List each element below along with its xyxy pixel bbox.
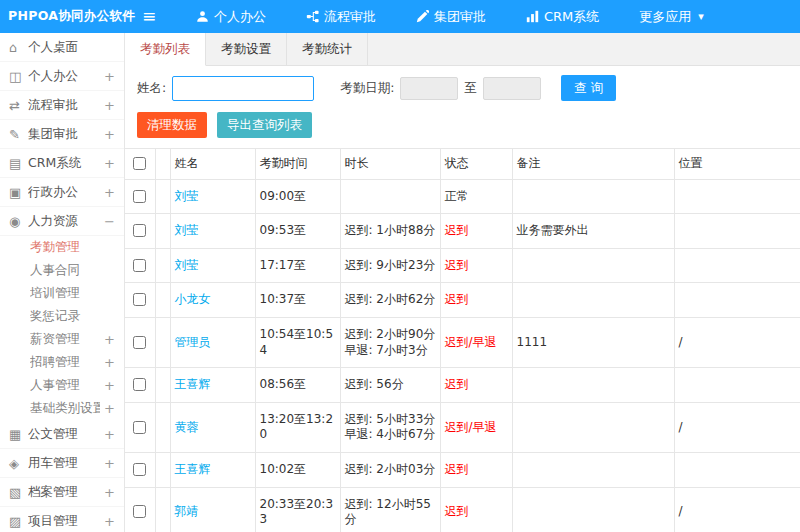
note [512,452,674,487]
attendance-time: 13:20至13:20 [255,402,340,452]
chart-icon [526,10,539,23]
name-filter-label: 姓名: [137,80,166,97]
row-checkbox[interactable] [133,293,146,306]
employee-link[interactable]: 黄蓉 [175,420,199,434]
select-all-checkbox[interactable] [133,157,146,170]
row-checkbox[interactable] [133,378,146,391]
select-all-cell [125,149,155,180]
action-bar: 清理数据 导出查询列表 [125,109,800,148]
status: 迟到 [440,452,512,487]
row-checkbox[interactable] [133,336,146,349]
table-row: 郭靖 20:33至20:33 迟到: 12小时55分 迟到 / [125,487,800,532]
attendance-time: 20:33至20:33 [255,487,340,532]
employee-link[interactable]: 王喜辉 [175,462,211,476]
row-checkbox[interactable] [133,224,146,237]
expand-icon: + [100,514,115,529]
nav-item-crm[interactable]: CRM系统 [517,0,608,33]
tab-attendance-stats[interactable]: 考勤统计 [287,33,368,65]
employee-link[interactable]: 刘莹 [175,223,199,237]
top-nav: 个人办公 流程审批 集团审批 CRM系统 更多应用 ▾ [187,0,735,33]
table-row: 刘莹 09:00至 正常 [125,179,800,214]
clean-data-button[interactable]: 清理数据 [137,112,207,138]
sidebar-subitem-base-category[interactable]: 基础类别设置 + [0,397,124,420]
employee-link[interactable]: 王喜辉 [175,377,211,391]
nav-label: 更多应用 [639,8,691,26]
sidebar-subitem-recruitment[interactable]: 招聘管理 + [0,351,124,374]
nav-item-personal-office[interactable]: 个人办公 [187,0,275,33]
hr-icon: ◉ [9,214,28,229]
sidebar-item-crm[interactable]: ▤ CRM系统 + [0,149,124,178]
sidebar-item-workflow[interactable]: ⇄ 流程审批 + [0,91,124,120]
sidebar-subitem-salary[interactable]: 薪资管理 + [0,328,124,351]
caret-down-icon: ▾ [698,10,704,23]
table-row: 黄蓉 13:20至13:20 迟到: 5小时33分 早退: 4小时67分 迟到/… [125,402,800,452]
tab-attendance-list[interactable]: 考勤列表 [125,33,206,66]
user-icon [196,10,209,23]
expand-icon: + [100,378,115,393]
sidebar-item-projects[interactable]: ▨ 项目管理 + [0,507,124,532]
name-filter-input[interactable] [172,76,314,101]
row-checkbox[interactable] [133,463,146,476]
row-checkbox[interactable] [133,505,146,518]
expand-icon: + [100,127,115,142]
desktop-icon: ⌂ [9,40,28,55]
row-checkbox[interactable] [133,259,146,272]
date-from-input[interactable] [400,77,458,100]
page-layout: ⌂ 个人桌面 ◫ 个人办公 + ⇄ 流程审批 + ✎ 集团审批 + ▤ CRM系… [0,33,800,532]
table-row: 王喜辉 08:56至 迟到: 56分 迟到 [125,368,800,403]
row-checkbox[interactable] [133,190,146,203]
sidebar-item-vehicles[interactable]: ◈ 用车管理 + [0,449,124,478]
sidebar-item-admin-office[interactable]: ▣ 行政办公 + [0,178,124,207]
nav-item-workflow-approval[interactable]: 流程审批 [297,0,385,33]
sidebar-item-personal-office[interactable]: ◫ 个人办公 + [0,62,124,91]
hamburger-icon[interactable]: ≡ [125,0,173,33]
duration: 迟到: 56分 [340,368,440,403]
col-name: 姓名 [170,149,255,180]
filter-bar: 姓名: 考勤日期: 至 查 询 [125,66,800,109]
note [512,179,674,214]
date-to-input[interactable] [483,77,541,100]
workflow-icon [306,10,319,23]
attendance-time: 10:02至 [255,452,340,487]
workflow-icon: ⇄ [9,98,28,113]
nav-item-group-approval[interactable]: 集团审批 [407,0,495,33]
col-location: 位置 [674,149,800,180]
sidebar-item-hr[interactable]: ◉ 人力资源 − [0,207,124,236]
table-row: 小龙女 10:37至 迟到: 2小时62分 迟到 [125,283,800,318]
sidebar-subitem-attendance[interactable]: 考勤管理 [0,236,124,259]
nav-item-more-apps[interactable]: 更多应用 ▾ [630,0,713,33]
expand-icon: + [100,156,115,171]
expand-icon: + [100,427,115,442]
sidebar-subitem-rewards[interactable]: 奖惩记录 [0,305,124,328]
app-logo: PHPOA协同办公软件 [0,8,125,25]
location [674,214,800,249]
employee-link[interactable]: 小龙女 [175,292,211,306]
location: / [674,487,800,532]
sidebar-item-group-approval[interactable]: ✎ 集团审批 + [0,120,124,149]
sidebar-subitem-personnel[interactable]: 人事管理 + [0,374,124,397]
location [674,248,800,283]
employee-link[interactable]: 刘莹 [175,258,199,272]
sidebar-item-documents[interactable]: ▦ 公文管理 + [0,420,124,449]
employee-link[interactable]: 刘莹 [175,189,199,203]
attendance-time: 10:37至 [255,283,340,318]
sidebar-subitem-hr-contract[interactable]: 人事合同 [0,259,124,282]
row-checkbox[interactable] [133,421,146,434]
export-list-button[interactable]: 导出查询列表 [217,112,312,138]
employee-link[interactable]: 管理员 [175,335,211,349]
note [512,283,674,318]
duration: 迟到: 2小时90分 早退: 7小时3分 [340,317,440,367]
search-button[interactable]: 查 询 [561,75,616,101]
sidebar-subitem-training[interactable]: 培训管理 [0,282,124,305]
duration: 迟到: 5小时33分 早退: 4小时67分 [340,402,440,452]
admin-office-icon: ▣ [9,185,28,200]
status: 迟到/早退 [440,317,512,367]
table-row: 王喜辉 10:02至 迟到: 2小时03分 迟到 [125,452,800,487]
nav-label: 集团审批 [434,8,486,26]
note [512,402,674,452]
sidebar-item-archives[interactable]: ▧ 档案管理 + [0,478,124,507]
sidebar-item-desktop[interactable]: ⌂ 个人桌面 [0,33,124,62]
employee-link[interactable]: 郭靖 [175,504,199,518]
tab-attendance-settings[interactable]: 考勤设置 [206,33,287,65]
archive-icon: ▧ [9,485,28,500]
